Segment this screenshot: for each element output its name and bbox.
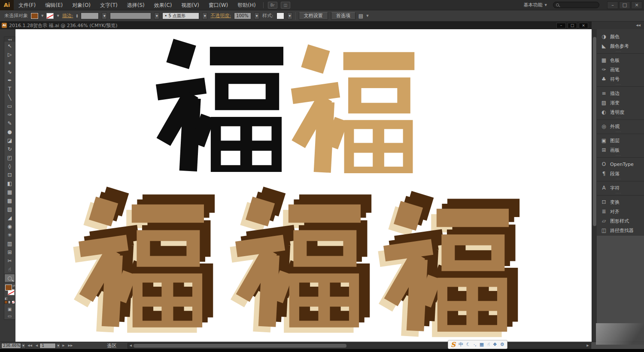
panel-button-transform[interactable]: ⊡变换	[597, 197, 644, 207]
style-dropdown[interactable]: ▼	[287, 12, 292, 19]
tool-shape-builder[interactable]: ◧	[4, 179, 15, 188]
menu-select[interactable]: 选择(S)	[122, 0, 149, 10]
tool-pen[interactable]: ✒	[4, 76, 15, 85]
tool-direct-selection[interactable]: ▷	[4, 50, 15, 59]
tool-column-graph[interactable]: ▥	[4, 239, 15, 248]
align-options-icon[interactable]: ▤	[358, 13, 363, 19]
vertical-scrollbar-thumb[interactable]	[593, 37, 596, 226]
previous-artboard-icon[interactable]: ◀	[34, 344, 39, 347]
tool-perspective-grid[interactable]: ▦	[4, 188, 15, 196]
panel-button-stroke[interactable]: ≡描边	[597, 89, 644, 98]
menu-window[interactable]: 窗口(W)	[204, 0, 233, 10]
tool-magic-wand[interactable]: ✶	[4, 59, 15, 67]
document-title[interactable]: 2016.1.28贺合示 福.ai @ 236.46% (CMYK/预览)	[9, 22, 118, 29]
horizontal-scrollbar-thumb[interactable]	[134, 344, 346, 348]
menu-help[interactable]: 帮助(H)	[233, 0, 260, 10]
tool-eyedropper[interactable]: ◢	[4, 214, 15, 222]
punctuation-icon[interactable]: ·,	[474, 342, 477, 347]
soft-keyboard-icon[interactable]: ▦	[480, 342, 484, 347]
fill-color-swatch[interactable]	[31, 13, 38, 19]
panel-button-swatches[interactable]: ▦色板	[597, 55, 644, 65]
stroke-weight-dropdown[interactable]: ▼	[102, 12, 107, 19]
menu-object[interactable]: 对象(O)	[67, 0, 95, 10]
tool-pencil[interactable]: ✎	[4, 119, 15, 128]
horizontal-scrollbar[interactable]: ◀ ▶	[128, 343, 591, 349]
skin-icon[interactable]: ❖	[493, 342, 497, 347]
zoom-level-field[interactable]: 236.46%	[1, 343, 21, 349]
tool-paintbrush[interactable]: ✑	[4, 110, 15, 119]
full-half-width-icon[interactable]: ☾	[466, 342, 471, 347]
workspace-switcher[interactable]: 基本功能 ▼	[524, 2, 547, 8]
panel-button-graphic-styles[interactable]: ▱图形样式	[597, 216, 644, 226]
minimize-button[interactable]: –	[607, 1, 618, 9]
gradient-button[interactable]	[8, 300, 12, 304]
width-profile-dropdown[interactable]: ▼	[154, 12, 159, 19]
first-artboard-icon[interactable]: ◀◀	[26, 344, 34, 347]
tool-rectangle[interactable]: ▭	[4, 102, 15, 110]
ime-settings-icon[interactable]: ⚙	[500, 342, 504, 347]
menu-type[interactable]: 文字(T)	[95, 0, 122, 10]
panel-button-layers[interactable]: ▣图层	[597, 136, 644, 145]
tool-slice[interactable]: ✂	[4, 257, 15, 265]
opacity-dropdown[interactable]: ▼	[254, 12, 259, 19]
stroke-link[interactable]: 描边:	[62, 12, 73, 19]
adobe-bridge-icon[interactable]: Br	[268, 2, 277, 9]
none-button[interactable]	[12, 300, 15, 304]
tool-width[interactable]: ◊	[4, 162, 15, 171]
tool-symbol-sprayer[interactable]: ✳	[4, 231, 15, 239]
scroll-right-icon[interactable]: ▶	[585, 344, 590, 347]
doc-restore-button[interactable]: □	[568, 23, 577, 28]
panel-button-align[interactable]: ≣对齐	[597, 207, 644, 216]
tool-free-transform[interactable]: ⊡	[4, 171, 15, 179]
sogou-logo[interactable]: S	[451, 341, 456, 349]
tool-rotate[interactable]: ↻	[4, 145, 15, 153]
opacity-field[interactable]: 100%	[234, 12, 251, 19]
menu-edit[interactable]: 编辑(E)	[40, 0, 67, 10]
tool-mesh[interactable]: ▩	[4, 196, 15, 205]
stroke-color-swatch[interactable]	[46, 13, 54, 19]
tool-selection[interactable]: ↖	[4, 42, 15, 50]
tool-line-segment[interactable]: ╲	[4, 93, 15, 102]
chinese-mode-icon[interactable]: 中	[459, 341, 463, 348]
variable-width-profile[interactable]	[110, 12, 151, 19]
color-button[interactable]	[4, 300, 8, 304]
canvas[interactable]	[15, 29, 592, 342]
close-button[interactable]: ×	[631, 1, 642, 9]
doc-close-button[interactable]: ×	[579, 23, 588, 28]
tool-blend[interactable]: ◉	[4, 222, 15, 231]
menu-file[interactable]: 文件(F)	[14, 0, 40, 10]
tool-lasso[interactable]: ∿	[4, 67, 15, 76]
menu-effect[interactable]: 效果(C)	[149, 0, 177, 10]
drawing-mode-button[interactable]: ▣	[4, 306, 15, 312]
panel-button-brushes[interactable]: ✑画笔	[597, 65, 644, 74]
scroll-left-icon[interactable]: ◀	[128, 344, 133, 347]
style-swatch[interactable]	[276, 12, 284, 19]
tool-hand[interactable]: ☝	[4, 265, 15, 274]
arrange-documents-icon[interactable]: ◫	[281, 2, 290, 9]
tool-scale[interactable]: ◰	[4, 153, 15, 162]
tool-type[interactable]: T	[4, 85, 15, 93]
dock-collapse-button[interactable]: ◀◀	[592, 21, 644, 29]
last-artboard-icon[interactable]: ▶▶	[67, 344, 75, 347]
artboard-number-field[interactable]: 1	[39, 343, 56, 349]
tool-artboard[interactable]: ⊞	[4, 248, 15, 257]
tool-zoom[interactable]: ○	[4, 274, 15, 282]
vertical-scrollbar[interactable]	[592, 29, 597, 342]
toolbar-fill-swatch[interactable]	[5, 285, 12, 291]
next-artboard-icon[interactable]: ▶	[61, 344, 66, 347]
tool-blob-brush[interactable]: ●	[4, 128, 15, 136]
panel-button-pathfinder[interactable]: ◫路径查找器	[597, 226, 644, 235]
panel-button-color[interactable]: ◑颜色	[597, 32, 644, 41]
brush-definition-dropdown[interactable]: ▼	[202, 12, 207, 19]
opacity-link[interactable]: 不透明度:	[210, 12, 231, 19]
tool-eraser[interactable]: ◪	[4, 136, 15, 145]
tool-gradient[interactable]: ▨	[4, 205, 15, 214]
preferences-button[interactable]: 首选项	[331, 12, 355, 20]
panel-button-opentype[interactable]: OOpenType	[597, 159, 644, 169]
swap-fill-stroke-icon[interactable]: ⇄	[12, 284, 15, 288]
panel-button-gradient[interactable]: ▨渐变	[597, 98, 644, 107]
screen-mode-button[interactable]: ▭	[4, 312, 15, 319]
zoom-level-dropdown[interactable]: ▼	[21, 343, 26, 349]
tools-panel-header[interactable]: ◀◀	[4, 37, 15, 42]
handwriting-icon[interactable]: ☝	[487, 342, 490, 347]
